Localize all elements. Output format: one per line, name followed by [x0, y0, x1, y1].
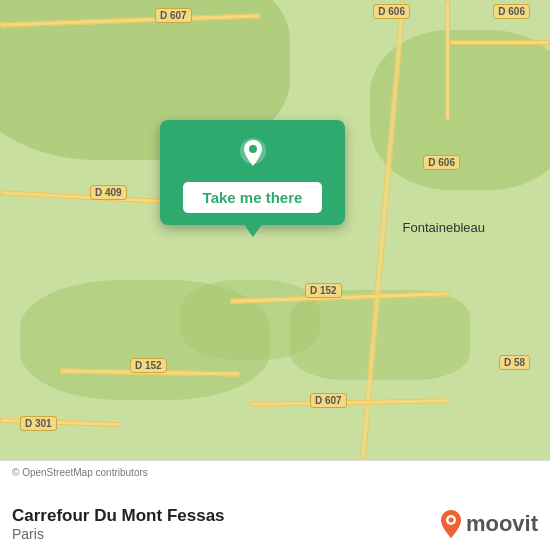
- road: [445, 0, 450, 120]
- svg-point-3: [448, 518, 453, 523]
- road-label-d409: D 409: [90, 185, 127, 200]
- pin-icon: [235, 136, 271, 172]
- road-label-d58: D 58: [499, 355, 530, 370]
- road-label-d607: D 607: [155, 8, 192, 23]
- road-label-d606-r: D 606: [493, 4, 530, 19]
- forest-area: [290, 290, 470, 380]
- moovit-pin-icon: [440, 510, 462, 538]
- svg-point-1: [249, 145, 257, 153]
- moovit-logo: moovit: [440, 510, 538, 538]
- osm-attribution: © OpenStreetMap contributors: [12, 467, 538, 478]
- moovit-brand-label: moovit: [466, 511, 538, 537]
- road-label-d607-b: D 607: [310, 393, 347, 408]
- take-me-there-button[interactable]: Take me there: [183, 182, 323, 213]
- location-city: Paris: [12, 526, 225, 542]
- road-label-d606-top: D 606: [373, 4, 410, 19]
- bottom-info-bar: © OpenStreetMap contributors Carrefour D…: [0, 460, 550, 550]
- road-label-d606-m: D 606: [423, 155, 460, 170]
- road-label-d301: D 301: [20, 416, 57, 431]
- road-label-d152-r: D 152: [305, 283, 342, 298]
- location-info: Carrefour Du Mont Fessas Paris: [12, 506, 225, 542]
- map-area[interactable]: D 607 D 606 D 606 D 409 D 606 D 152 D 15…: [0, 0, 550, 460]
- road: [450, 40, 550, 45]
- city-label: Fontainebleau: [403, 220, 485, 235]
- location-name: Carrefour Du Mont Fessas: [12, 506, 225, 526]
- bottom-content: Carrefour Du Mont Fessas Paris moovit: [12, 506, 538, 542]
- location-popup[interactable]: Take me there: [160, 120, 345, 225]
- road-label-d152-l: D 152: [130, 358, 167, 373]
